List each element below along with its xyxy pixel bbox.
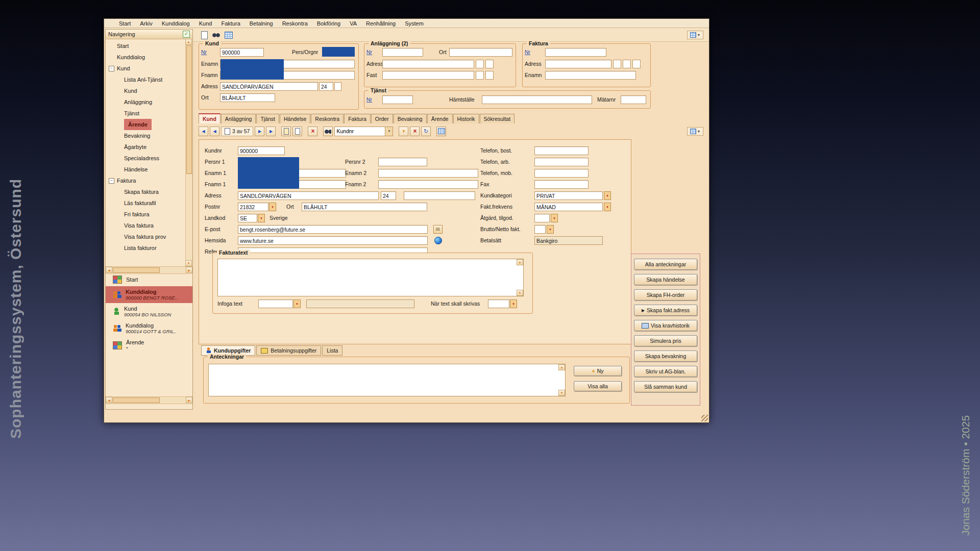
- tree-item-specialadress[interactable]: Specialadress: [106, 153, 192, 164]
- scrollbar-thumb[interactable]: [113, 397, 160, 403]
- shortcut-start[interactable]: Start: [106, 273, 192, 286]
- search-field-input[interactable]: [335, 127, 385, 136]
- first-record-button[interactable]: ◀: [199, 127, 208, 136]
- tree-item-tjanst[interactable]: Tjänst: [106, 108, 192, 119]
- grid-view-button[interactable]: [223, 30, 234, 41]
- menu-item-kunddialog[interactable]: Kunddialog: [157, 20, 194, 27]
- menu-item-bokforing[interactable]: Bokföring: [312, 20, 345, 27]
- anteckningar-textarea[interactable]: [208, 364, 566, 396]
- filter-button[interactable]: ▼: [399, 127, 408, 136]
- epost-field[interactable]: [238, 225, 428, 234]
- kund-nr-field[interactable]: [220, 48, 264, 57]
- tab-kund[interactable]: Kund: [199, 113, 220, 123]
- tree-item-las-fakturafil[interactable]: Läs fakturafil: [106, 197, 192, 209]
- faktfrekvens-dropdown-icon[interactable]: ▼: [604, 203, 611, 211]
- anl-ort-field[interactable]: [449, 48, 512, 57]
- menu-item-va[interactable]: VA: [345, 20, 361, 27]
- tab-historik[interactable]: Historik: [453, 114, 479, 123]
- brutto-dropdown-icon[interactable]: ▼: [547, 225, 554, 234]
- infoga-text-field[interactable]: [258, 299, 293, 308]
- resize-grip[interactable]: [701, 415, 708, 421]
- shortcut-horizontal-scrollbar[interactable]: ◀ ▶: [106, 396, 192, 404]
- fakt-enamn-field[interactable]: [545, 71, 636, 80]
- scroll-down-icon[interactable]: ▼: [558, 390, 565, 396]
- nar-text-field[interactable]: [488, 299, 509, 308]
- tree-item-fri-faktura[interactable]: Fri faktura: [106, 209, 192, 220]
- adress-field[interactable]: [220, 82, 318, 91]
- scroll-right-icon[interactable]: ▶: [186, 397, 192, 403]
- kundkategori-field[interactable]: [534, 191, 603, 200]
- skriv-ut-ag-blan-button[interactable]: Skriv ut AG-blan.: [634, 366, 697, 377]
- small-field[interactable]: [476, 60, 484, 68]
- tree-item-kunddialog[interactable]: Kunddialog: [106, 52, 192, 63]
- tree-item-kund[interactable]: −Kund: [106, 63, 192, 74]
- skapa-bevakning-button[interactable]: Skapa bevakning: [634, 350, 697, 362]
- enamn2-field[interactable]: [378, 169, 478, 178]
- find-button[interactable]: [210, 30, 222, 41]
- scroll-up-icon[interactable]: ▲: [517, 259, 523, 265]
- fakt-nr-label[interactable]: Nr: [525, 48, 530, 57]
- faktfrekvens-field[interactable]: [534, 203, 603, 211]
- delete-record-button[interactable]: ×: [308, 127, 317, 136]
- scroll-right-icon[interactable]: ▶: [186, 267, 192, 273]
- brutto-field[interactable]: [534, 225, 546, 234]
- tree-item-start[interactable]: Start: [106, 40, 192, 52]
- kund-nr-label[interactable]: Nr: [201, 48, 207, 57]
- tree-item-lista-anl-tjanst[interactable]: Lista Anl-Tjänst: [106, 74, 192, 85]
- ny-button[interactable]: + Ny: [574, 366, 622, 376]
- tel-bost-field[interactable]: [534, 146, 589, 155]
- tree-item-faktura[interactable]: −Faktura: [106, 175, 192, 186]
- toolbar-options-button[interactable]: ▼: [687, 31, 703, 39]
- form-adress-nr-field[interactable]: [381, 191, 396, 200]
- tab-arende[interactable]: Ärende: [427, 114, 453, 123]
- menu-item-betalning[interactable]: Betalning: [245, 20, 278, 27]
- search-field-combo[interactable]: ▼: [334, 127, 393, 136]
- menu-item-reskontra[interactable]: Reskontra: [278, 20, 312, 27]
- small-field[interactable]: [632, 60, 641, 68]
- tree-item-arende[interactable]: Ärende: [106, 119, 192, 130]
- skapa-fakt-adress-button[interactable]: ▶ Skapa fakt.adress: [634, 305, 697, 316]
- collapse-icon[interactable]: −: [109, 178, 114, 184]
- dropdown-icon[interactable]: ▼: [385, 127, 393, 136]
- tab-sokresultat[interactable]: Sökresultat: [480, 114, 515, 123]
- tab-anlaggning[interactable]: Anläggning: [221, 114, 256, 123]
- menu-item-faktura[interactable]: Faktura: [216, 20, 244, 27]
- anl-adress-field[interactable]: [382, 60, 474, 68]
- small-field[interactable]: [485, 71, 494, 80]
- menu-item-kund[interactable]: Kund: [194, 20, 217, 27]
- refresh-button[interactable]: ↻: [421, 127, 431, 136]
- tree-item-lista-fakturor[interactable]: Lista fakturor: [106, 242, 192, 254]
- collapse-icon[interactable]: −: [109, 66, 114, 71]
- postnr-dropdown-icon[interactable]: ▼: [269, 203, 276, 211]
- landkod-field[interactable]: [238, 214, 257, 222]
- menu-item-system[interactable]: System: [400, 20, 428, 27]
- globe-button[interactable]: [433, 236, 443, 245]
- tree-item-agarbyte[interactable]: Ägarbyte: [106, 141, 192, 153]
- ort-field[interactable]: [220, 93, 275, 102]
- adress-extra-box[interactable]: [334, 82, 341, 91]
- tree-item-anlaggning[interactable]: Anläggning: [106, 96, 192, 108]
- form-adress-extra-field[interactable]: [404, 191, 475, 200]
- hemsida-field[interactable]: [238, 236, 428, 245]
- find-record-button[interactable]: [323, 127, 333, 136]
- next-record-button[interactable]: ▶: [255, 127, 264, 136]
- prev-record-button[interactable]: ◀: [210, 127, 219, 136]
- scrollbar-thumb[interactable]: [186, 45, 192, 174]
- menu-item-start[interactable]: Start: [114, 20, 135, 27]
- skapa-handelse-button[interactable]: Skapa händelse: [634, 274, 697, 285]
- persnr2-field[interactable]: [378, 158, 427, 166]
- menu-item-arkiv[interactable]: Arkiv: [135, 20, 157, 27]
- tel-mob-field[interactable]: [534, 169, 589, 178]
- shortcut-arende[interactable]: Ärende *: [106, 337, 192, 354]
- record-toolbar-options-button[interactable]: ▼: [687, 127, 703, 136]
- tab-tjanst[interactable]: Tjänst: [256, 114, 279, 123]
- scroll-left-icon[interactable]: ◀: [106, 267, 112, 273]
- nar-dropdown-icon[interactable]: ▼: [510, 299, 517, 308]
- hamtstalle-field[interactable]: [482, 95, 592, 104]
- matarnr-field[interactable]: [621, 95, 646, 104]
- fnamn2-field[interactable]: [378, 180, 478, 189]
- tab-faktura[interactable]: Faktura: [344, 114, 371, 123]
- infoga-dropdown-icon[interactable]: ▼: [293, 299, 301, 308]
- small-field[interactable]: [476, 71, 484, 80]
- atgard-dropdown-icon[interactable]: ▼: [551, 214, 558, 222]
